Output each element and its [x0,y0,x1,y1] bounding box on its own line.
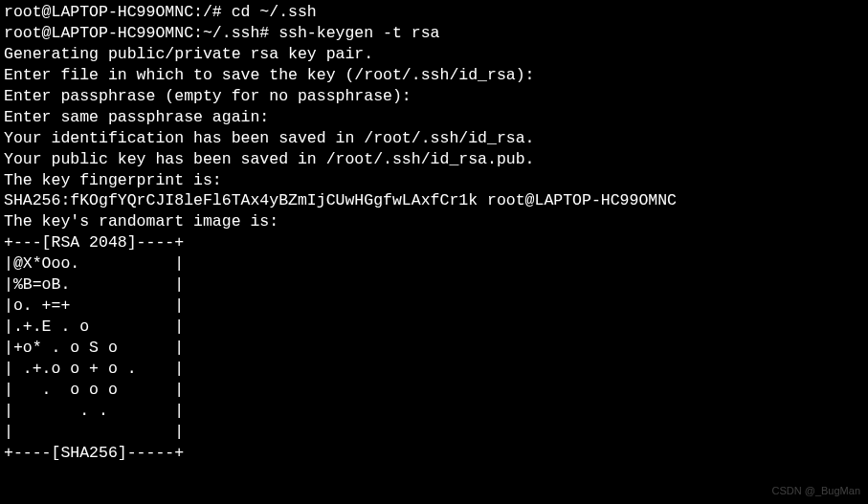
terminal-output[interactable]: root@LAPTOP-HC99OMNC:/# cd ~/.ssh root@L… [4,2,864,464]
watermark-text: CSDN @_BugMan [772,484,860,498]
